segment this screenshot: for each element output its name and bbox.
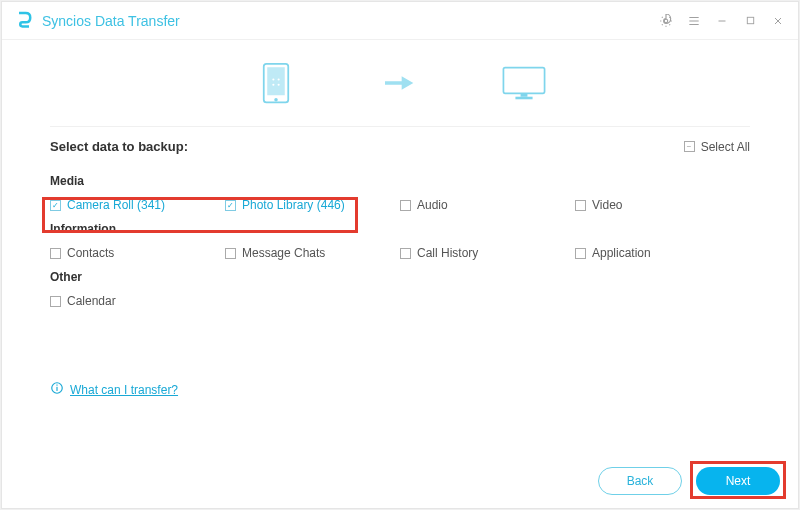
heading-text: Select data to backup: xyxy=(50,139,188,154)
menu-icon[interactable] xyxy=(686,13,702,29)
item-label: Application xyxy=(592,246,651,260)
svg-rect-1 xyxy=(747,17,753,23)
content-area: Select data to backup: − Select All Medi… xyxy=(2,139,798,454)
checkbox-icon xyxy=(575,248,586,259)
item-application[interactable]: Application xyxy=(575,246,750,260)
back-button[interactable]: Back xyxy=(598,467,682,495)
item-label: Camera Roll (341) xyxy=(67,198,165,212)
item-photo-library[interactable]: ✓Photo Library (446) xyxy=(225,198,400,212)
phone-icon xyxy=(252,59,300,107)
app-title: Syncios Data Transfer xyxy=(42,13,180,29)
section-heading: Select data to backup: − Select All xyxy=(50,139,750,154)
transfer-stage xyxy=(2,40,798,126)
svg-rect-9 xyxy=(503,68,544,94)
item-label: Calendar xyxy=(67,294,116,308)
item-contacts[interactable]: Contacts xyxy=(50,246,225,260)
other-row: Calendar xyxy=(50,294,750,308)
divider xyxy=(50,126,750,127)
close-icon[interactable] xyxy=(770,13,786,29)
svg-rect-10 xyxy=(521,93,528,96)
svg-point-4 xyxy=(274,98,278,102)
checkbox-icon xyxy=(400,248,411,259)
next-button[interactable]: Next xyxy=(696,467,780,495)
footer: Back Next xyxy=(2,454,798,508)
category-media: Media xyxy=(50,174,750,188)
svg-rect-13 xyxy=(56,387,57,391)
app-logo-icon xyxy=(14,11,34,31)
svg-rect-11 xyxy=(515,97,532,100)
info-icon xyxy=(50,381,64,398)
item-label: Photo Library (446) xyxy=(242,198,345,212)
checkbox-icon xyxy=(50,296,61,307)
category-information: Information xyxy=(50,222,750,236)
item-audio[interactable]: Audio xyxy=(400,198,575,212)
minimize-icon[interactable] xyxy=(714,13,730,29)
svg-point-8 xyxy=(278,84,280,86)
category-other: Other xyxy=(50,270,750,284)
item-video[interactable]: Video xyxy=(575,198,750,212)
item-camera-roll[interactable]: ✓Camera Roll (341) xyxy=(50,198,225,212)
item-calendar[interactable]: Calendar xyxy=(50,294,225,308)
checkbox-icon: ✓ xyxy=(50,200,61,211)
information-row: Contacts Message Chats Call History Appl… xyxy=(50,246,750,260)
select-all-label: Select All xyxy=(701,140,750,154)
select-all-checkbox[interactable]: − Select All xyxy=(684,140,750,154)
item-label: Message Chats xyxy=(242,246,325,260)
item-message-chats[interactable]: Message Chats xyxy=(225,246,400,260)
checkbox-icon: ✓ xyxy=(225,200,236,211)
item-label: Audio xyxy=(417,198,448,212)
item-label: Video xyxy=(592,198,622,212)
item-call-history[interactable]: Call History xyxy=(400,246,575,260)
svg-point-0 xyxy=(664,19,668,23)
svg-point-5 xyxy=(272,78,274,80)
svg-rect-14 xyxy=(56,385,57,386)
maximize-icon[interactable] xyxy=(742,13,758,29)
checkbox-icon xyxy=(575,200,586,211)
svg-point-7 xyxy=(272,84,274,86)
help-link[interactable]: What can I transfer? xyxy=(50,381,178,398)
item-label: Contacts xyxy=(67,246,114,260)
item-label: Call History xyxy=(417,246,478,260)
checkbox-icon: − xyxy=(684,141,695,152)
svg-point-6 xyxy=(278,78,280,80)
app-window: Syncios Data Transfer Select d xyxy=(1,1,799,509)
checkbox-icon xyxy=(225,248,236,259)
arrow-right-icon xyxy=(380,71,420,95)
monitor-icon xyxy=(500,59,548,107)
svg-rect-3 xyxy=(267,67,285,95)
checkbox-icon xyxy=(400,200,411,211)
settings-icon[interactable] xyxy=(658,13,674,29)
help-link-label: What can I transfer? xyxy=(70,383,178,397)
checkbox-icon xyxy=(50,248,61,259)
titlebar: Syncios Data Transfer xyxy=(2,2,798,40)
media-row: ✓Camera Roll (341) ✓Photo Library (446) … xyxy=(50,198,750,212)
